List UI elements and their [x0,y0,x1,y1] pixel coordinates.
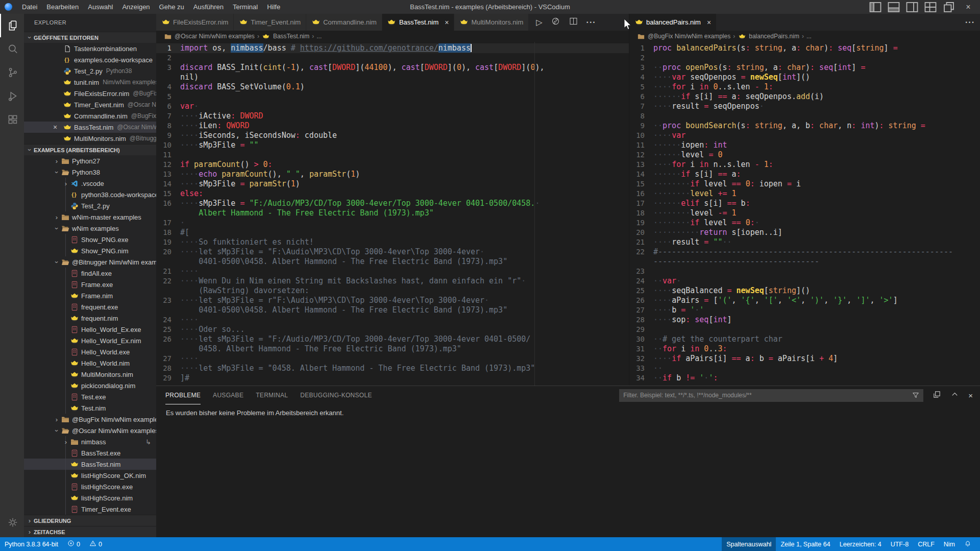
tree-item-oscar-nim-wnim-examples[interactable]: ›@Oscar Nim/wNim examples [24,425,156,436]
code-line-18[interactable]: 18········level -= 1 [629,208,980,218]
code-line-wrap[interactable]: 0401-0500\0458. Albert Hammond - The Fre… [156,257,629,267]
menu-bearbeiten[interactable]: Bearbeiten [42,0,83,14]
status-item-language-mode[interactable]: Nim [939,537,960,551]
code-line-5[interactable]: 5····for i in 0..s.len - 1: [629,82,980,92]
window-restore-icon[interactable] [941,1,957,13]
code-line-6[interactable]: 6var· [156,102,629,111]
close-icon[interactable]: × [53,123,57,131]
code-line-8[interactable]: 8····iLen: QWORD [156,121,629,131]
tree-item-frame-nim[interactable]: Frame.nim [24,290,156,301]
section-outline[interactable]: › GLIEDERUNG [24,515,156,526]
code-line-19[interactable]: 19····So funktioniert es nicht! [156,237,629,247]
code-line-25[interactable]: 25····Oder so... [156,325,629,334]
tree-item-basstest-nim[interactable]: BassTest.nim [24,459,156,470]
tree-item-bugfix-nim-wnim-examples[interactable]: ›@BugFix Nim/wNim examples [24,414,156,425]
code-line-7[interactable]: 7····result = seqOpenpos· [629,102,980,111]
open-editor-examples-code-workspace[interactable]: {}examples.code-workspaceC:\Use... [24,54,156,65]
tab-timer-event-nim[interactable]: Timer_Event.nim [234,14,306,31]
tree-item-hello-world-exe[interactable]: Hello_World.exe [24,346,156,357]
code-line-26[interactable]: 26····let sMp3File = "F:/Audio/MP3/CD/To… [156,334,629,344]
run-file-icon[interactable]: ▷ [536,17,542,27]
status-item-indentation[interactable]: Leerzeichen: 4 [835,537,886,551]
tree-item-nimbass[interactable]: ›nimbass↳ [24,436,156,447]
menu-datei[interactable]: Datei [17,0,42,14]
code-line-26[interactable]: 26····aPairs = ['(', '{', '[', '<', ')',… [629,296,980,305]
open-editor-test-2-py[interactable]: Test_2.pyPython38 [24,65,156,77]
toggle-panel-icon[interactable] [886,1,901,13]
code-line-5[interactable]: 5 [156,92,629,102]
status-item-encoding[interactable]: UTF-8 [886,537,913,551]
open-editor-basstest-nim[interactable]: ×BassTest.nim@Oscar Nim/wNim e... [24,122,156,133]
code-line-wrap[interactable]: 0458. Albert Hammond - The Free Electric… [156,344,629,354]
tree-item-wnim-examples[interactable]: ›wNim examples [24,223,156,234]
code-line-24[interactable]: 24···· [156,315,629,325]
tree-item-findall-exe[interactable]: findAll.exe [24,268,156,279]
tree-item-frequent-nim[interactable]: frequent.nim [24,313,156,324]
code-line-8[interactable]: 8 [629,111,980,121]
window-close-icon[interactable]: × [960,1,977,13]
code-line-11[interactable]: 11······iopen: int [629,140,980,150]
tree-item-test-2-py[interactable]: Test_2.py [24,200,156,211]
status-item-column-selection[interactable]: Spaltenauswahl [722,537,776,551]
tab-balancedpairs-nim[interactable]: balancedPairs.nim× [629,14,717,31]
breadcrumb-file[interactable]: balancedPairs.nim [749,33,799,40]
tree-item-pickicondialog-nim[interactable]: pickicondialog.nim [24,380,156,391]
extensions-icon[interactable] [0,108,24,131]
panel-tab-ausgabe[interactable]: AUSGABE [213,387,243,404]
tree-item-test-nim[interactable]: Test.nim [24,402,156,414]
tree-item-hello-world-ex-exe[interactable]: Hello_World_Ex.exe [24,324,156,335]
open-editor-timer-event-nim[interactable]: Timer_Event.nim@Oscar Nim/wNi... [24,99,156,110]
code-line-12[interactable]: 12······level = 0 [629,150,980,160]
code-line-27[interactable]: 27···· [156,354,629,364]
panel-tab-terminal[interactable]: TERMINAL [256,387,288,404]
toggle-secondary-sidebar-icon[interactable] [904,1,920,13]
panel-tab-debugging-konsole[interactable]: DEBUGGING-KONSOLE [300,387,372,404]
tree-item-basstest-exe[interactable]: BassTest.exe [24,447,156,459]
breadcrumb-file[interactable]: BassTest.nim [273,33,309,40]
code-editor-basstest[interactable]: 1import os, nimbass/bass # https://githu… [156,42,629,386]
breadcrumb-folder[interactable]: @BugFix Nim/wNim examples [648,33,730,40]
code-line-22[interactable]: 22····Wenn Du in Nim einen String mit Ba… [156,276,629,286]
open-editor-multimonitors-nim[interactable]: MultiMonitors.nim@Bitnugger Ni... [24,133,156,144]
code-line-15[interactable]: 15else: [156,189,629,199]
close-panel-icon[interactable]: × [968,391,973,400]
tree-item-bitnugger-nim-wnim-examples[interactable]: ›@Bitnugger Nim/wNim examples [24,256,156,268]
tree-item-python38-code-workspace[interactable]: {}python38.code-workspace [24,189,156,200]
code-line-21[interactable]: 21····result = ""·· [629,237,980,247]
code-line-14[interactable]: 14····sMp3File = paramStr(1) [156,179,629,189]
open-editor-tastenkombinationen[interactable]: Tastenkombinationen [24,43,156,54]
breadcrumb-group-1[interactable]: @Oscar Nim/wNim examples › BassTest.nim … [156,31,629,42]
run-debug-icon[interactable] [0,84,24,108]
problems-filter-input[interactable] [619,389,923,402]
code-line-12[interactable]: 12if paramCount() > 0: [156,160,629,170]
status-item-warnings[interactable]: 0 [85,537,107,551]
breadcrumb-folder[interactable]: @Oscar Nim/wNim examples [175,33,255,40]
code-line-6[interactable]: 6······if s[i] == a: seqOpenpos.add(i) [629,92,980,102]
code-line-20[interactable]: 20··········return s[iopen..i] [629,228,980,237]
code-line-29[interactable]: 29]# [156,373,629,383]
more-actions-icon[interactable]: ··· [586,18,596,27]
tree-item-hello-world-nim[interactable]: Hello_World.nim [24,357,156,369]
code-line-28[interactable]: 28····sop: seq[int] [629,315,980,325]
customize-layout-icon[interactable] [923,1,938,13]
tree-item-multimonitors-nim[interactable]: MultiMonitors.nim [24,369,156,380]
tab-basstest-nim[interactable]: BassTest.nim× [382,14,455,31]
tree-item-frame-exe[interactable]: Frame.exe [24,279,156,290]
code-line-13[interactable]: 13····echo paramCount(), " ", paramStr(1… [156,170,629,179]
code-line-16[interactable]: 16········level += 1 [629,189,980,199]
code-line-wrap[interactable]: 0401-0500\0458. Albert Hammond - The Fre… [156,305,629,315]
menu-ausf-hren[interactable]: Ausführen [189,0,228,14]
close-tab-icon[interactable]: × [445,18,449,27]
code-line-27[interactable]: 27····b = '·' [629,305,980,315]
code-line-2[interactable]: 2 [156,53,629,63]
menu-auswahl[interactable]: Auswahl [83,0,117,14]
breadcrumb-symbol[interactable]: ... [806,33,812,40]
code-line-10[interactable]: 10····sMp3File = "" [156,140,629,150]
code-line-21[interactable]: 21···· [156,267,629,276]
code-line-34[interactable]: 34··if b != '·': [629,373,980,383]
tree-item-frequent-exe[interactable]: frequent.exe [24,301,156,313]
status-item-notifications[interactable] [960,537,976,551]
status-item-python-interpreter[interactable]: Python 3.8.3 64-bit [0,537,63,551]
code-line-10[interactable]: 10····var [629,131,980,140]
code-line-32[interactable]: 32····if aPairs[i] == a: b = aPairs[i + … [629,354,980,364]
